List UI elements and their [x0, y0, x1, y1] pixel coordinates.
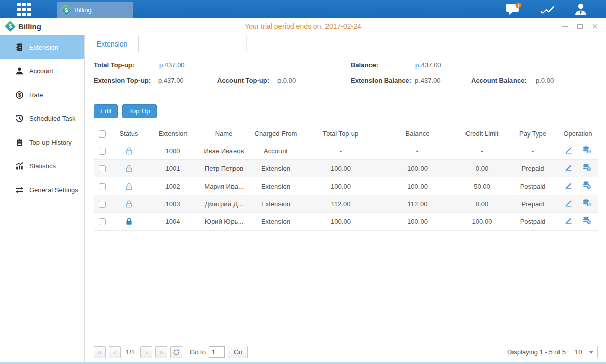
- page-size-select[interactable]: 10: [571, 346, 598, 358]
- cell-pay-type: Prepaid: [508, 160, 557, 177]
- row-checkbox[interactable]: [99, 183, 106, 190]
- monitor-icon[interactable]: [540, 3, 555, 15]
- window-title-bar: $ Billing Your trial period ends on: 201…: [0, 18, 606, 35]
- row-checkbox[interactable]: [99, 218, 106, 225]
- account-topup-value: p.0.00: [277, 77, 296, 84]
- cell-charged-from: Extension: [249, 213, 302, 231]
- messages-icon[interactable]: !: [506, 2, 522, 16]
- cell-charged-from: Extension: [249, 195, 302, 213]
- sidebar-item-extension[interactable]: Extension: [0, 35, 84, 59]
- edit-row-icon[interactable]: [564, 146, 573, 156]
- sidebar-item-statistics[interactable]: Statistics: [0, 154, 84, 178]
- cell-name: Юрий Юрь...: [199, 213, 249, 231]
- extension-balance-value: p.437.00: [415, 77, 441, 84]
- extension-balance-label: Extension Balance:: [351, 77, 411, 84]
- table-row: 1000 Иван Иванов Account - - - - $: [94, 142, 598, 160]
- table-row: 1002 Мария Ива... Extension 100.00 100.0…: [94, 177, 598, 195]
- tab-extension[interactable]: Extension: [85, 36, 139, 52]
- sidebar-item-label: Statistics: [29, 162, 56, 170]
- row-checkbox[interactable]: [99, 148, 106, 155]
- unlocked-icon: [125, 181, 133, 189]
- column-header-credit-limit: Credit Limit: [456, 125, 508, 142]
- cell-total-topup: 100.00: [302, 213, 379, 231]
- cell-total-topup: -: [302, 142, 379, 160]
- account-balance-value: p.0.00: [536, 77, 554, 84]
- cell-extension: 1000: [147, 142, 199, 160]
- sidebar-item-rate[interactable]: $ Rate: [0, 83, 84, 107]
- table-body: 1000 Иван Иванов Account - - - - $: [94, 142, 598, 231]
- cell-credit-limit: 0.00: [456, 160, 508, 177]
- cell-extension: 1003: [147, 195, 199, 213]
- maximize-icon[interactable]: [576, 22, 584, 30]
- total-topup-label: Total Top-up:: [94, 61, 134, 69]
- unlocked-icon: [125, 146, 133, 154]
- sidebar-item-topup-history[interactable]: Top-up History: [0, 130, 84, 154]
- svg-text:$: $: [588, 167, 590, 171]
- cell-credit-limit: -: [456, 142, 508, 160]
- billing-diamond-icon: $: [61, 4, 72, 16]
- cell-credit-limit: 50.00: [456, 177, 508, 195]
- column-header-pay-type: Pay Type: [508, 125, 557, 142]
- table-row: 1003 Дмитрий Д... Extension 112.00 112.0…: [94, 195, 598, 213]
- cell-credit-limit: 100.00: [456, 213, 508, 231]
- svg-text:$: $: [588, 150, 590, 154]
- topup-row-icon[interactable]: $: [582, 146, 591, 156]
- sidebar-item-account[interactable]: Account: [0, 59, 84, 83]
- topup-row-icon[interactable]: $: [582, 216, 591, 226]
- tab-bar: Extension: [85, 35, 606, 52]
- topup-row-icon[interactable]: $: [582, 199, 591, 209]
- goto-label: Go to: [190, 348, 206, 356]
- cell-charged-from: Extension: [249, 160, 302, 177]
- edit-row-icon[interactable]: [564, 216, 573, 226]
- refresh-button[interactable]: [170, 346, 182, 358]
- displaying-info: Displaying 1 - 5 of 5: [507, 348, 566, 356]
- extension-table: Status Extension Name Charged From Total…: [94, 125, 598, 231]
- row-checkbox[interactable]: [99, 201, 106, 208]
- user-icon[interactable]: [574, 3, 588, 16]
- close-icon[interactable]: ×: [591, 22, 599, 30]
- locked-icon: [125, 217, 133, 224]
- cell-extension: 1004: [147, 213, 199, 231]
- go-button[interactable]: Go: [228, 346, 248, 358]
- sidebar: Extension Account $ Rate Scheduled Task: [0, 35, 85, 364]
- edit-row-icon[interactable]: [564, 163, 573, 173]
- summary-panel: Total Top-up: p.437.00 Balance: p.437.00…: [94, 59, 598, 98]
- last-page-button[interactable]: »: [155, 346, 167, 358]
- cell-total-topup: 112.00: [302, 195, 379, 213]
- row-checkbox[interactable]: [99, 165, 106, 172]
- total-topup-value: p.437.00: [159, 61, 185, 69]
- prev-page-button[interactable]: ‹: [109, 346, 121, 358]
- sidebar-item-general-settings[interactable]: General Settings: [0, 178, 84, 202]
- svg-text:$: $: [588, 185, 590, 189]
- chevron-down-icon: [589, 351, 594, 354]
- cell-total-topup: 100.00: [302, 177, 379, 195]
- topup-row-icon[interactable]: $: [582, 163, 591, 173]
- minimize-icon[interactable]: [561, 22, 569, 30]
- sidebar-item-scheduled-task[interactable]: Scheduled Task: [0, 107, 84, 130]
- page-indicator: 1/1: [126, 348, 135, 356]
- table-row: 1001 Петр Петров Extension 100.00 100.00…: [94, 160, 598, 177]
- svg-text:$: $: [588, 220, 590, 224]
- edit-button[interactable]: Edit: [94, 104, 118, 118]
- next-page-button[interactable]: ›: [140, 346, 152, 358]
- cell-name: Иван Иванов: [199, 142, 249, 160]
- edit-row-icon[interactable]: [564, 181, 573, 191]
- column-header-charged-from: Charged From: [249, 125, 302, 142]
- sidebar-item-label: Account: [29, 67, 53, 75]
- taskbar-tab-billing[interactable]: $ Billing: [57, 2, 133, 18]
- first-page-button[interactable]: «: [94, 346, 106, 358]
- trial-notice: Your trial period ends on: 2017-02-24: [0, 18, 606, 35]
- cell-pay-type: Postpaid: [508, 213, 557, 231]
- edit-row-icon[interactable]: [564, 199, 573, 209]
- app-grid-icon[interactable]: [17, 3, 31, 16]
- topup-button[interactable]: Top Up: [122, 104, 156, 118]
- taskbar-tab-label: Billing: [74, 6, 92, 14]
- cell-name: Дмитрий Д...: [199, 195, 249, 213]
- topup-row-icon[interactable]: $: [582, 181, 591, 191]
- unlocked-icon: [125, 164, 133, 171]
- tab-bar-spacer: [139, 35, 247, 52]
- svg-text:$: $: [18, 92, 21, 98]
- account-topup-label: Account Top-up:: [217, 77, 269, 84]
- goto-page-input[interactable]: [209, 346, 225, 358]
- select-all-checkbox[interactable]: [99, 130, 106, 138]
